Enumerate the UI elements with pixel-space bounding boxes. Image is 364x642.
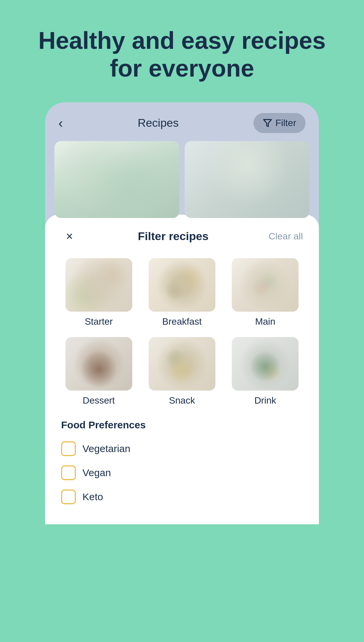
category-label-starter: Starter bbox=[85, 316, 113, 327]
preference-list: Vegetarian Vegan Keto bbox=[61, 441, 303, 504]
filter-button[interactable]: Filter bbox=[253, 113, 306, 133]
preference-item-vegetarian[interactable]: Vegetarian bbox=[61, 441, 303, 456]
category-item-breakfast[interactable]: Breakfast bbox=[144, 258, 219, 327]
sheet-header: × Filter recipes Clear all bbox=[61, 228, 303, 245]
category-label-main: Main bbox=[255, 316, 276, 327]
preferences-section-title: Food Preferences bbox=[61, 419, 303, 431]
category-image-snack bbox=[149, 337, 215, 391]
vegetarian-checkbox[interactable] bbox=[61, 441, 76, 456]
category-image-drink bbox=[232, 337, 299, 391]
page-title: Recipes bbox=[138, 116, 179, 129]
filter-bottom-sheet: × Filter recipes Clear all Starter Break… bbox=[45, 215, 319, 524]
category-item-dessert[interactable]: Dessert bbox=[61, 337, 136, 406]
keto-label: Keto bbox=[82, 491, 103, 503]
filter-icon bbox=[263, 118, 272, 128]
phone-header: ‹ Recipes Filter bbox=[45, 102, 319, 141]
category-item-main[interactable]: Main bbox=[228, 258, 303, 327]
recipe-image-right bbox=[185, 141, 310, 218]
phone-container: ‹ Recipes Filter × Filter recipes Clear … bbox=[45, 102, 319, 524]
category-item-starter[interactable]: Starter bbox=[61, 258, 136, 327]
category-grid: Starter Breakfast Main Dessert Snack Dri bbox=[61, 258, 303, 406]
category-image-starter bbox=[65, 258, 132, 312]
svg-marker-0 bbox=[263, 119, 271, 126]
recipe-image-left bbox=[54, 141, 179, 218]
sheet-title: Filter recipes bbox=[78, 230, 268, 243]
hero-title: Healthy and easy recipes for everyone bbox=[0, 0, 364, 102]
category-label-snack: Snack bbox=[169, 395, 195, 406]
close-button[interactable]: × bbox=[61, 228, 78, 245]
category-image-dessert bbox=[65, 337, 132, 391]
back-button[interactable]: ‹ bbox=[58, 116, 63, 130]
category-item-snack[interactable]: Snack bbox=[144, 337, 219, 406]
preference-item-vegan[interactable]: Vegan bbox=[61, 465, 303, 480]
keto-checkbox[interactable] bbox=[61, 490, 76, 504]
category-image-main bbox=[232, 258, 299, 312]
category-label-drink: Drink bbox=[254, 395, 276, 406]
filter-button-label: Filter bbox=[276, 118, 296, 128]
vegan-checkbox[interactable] bbox=[61, 465, 76, 480]
recipe-images-row bbox=[45, 141, 319, 218]
vegan-label: Vegan bbox=[82, 467, 111, 478]
vegetarian-label: Vegetarian bbox=[82, 443, 130, 454]
clear-all-button[interactable]: Clear all bbox=[268, 231, 303, 242]
category-label-dessert: Dessert bbox=[82, 395, 115, 406]
category-label-breakfast: Breakfast bbox=[162, 316, 202, 327]
category-item-drink[interactable]: Drink bbox=[228, 337, 303, 406]
category-image-breakfast bbox=[149, 258, 215, 312]
preference-item-keto[interactable]: Keto bbox=[61, 490, 303, 504]
